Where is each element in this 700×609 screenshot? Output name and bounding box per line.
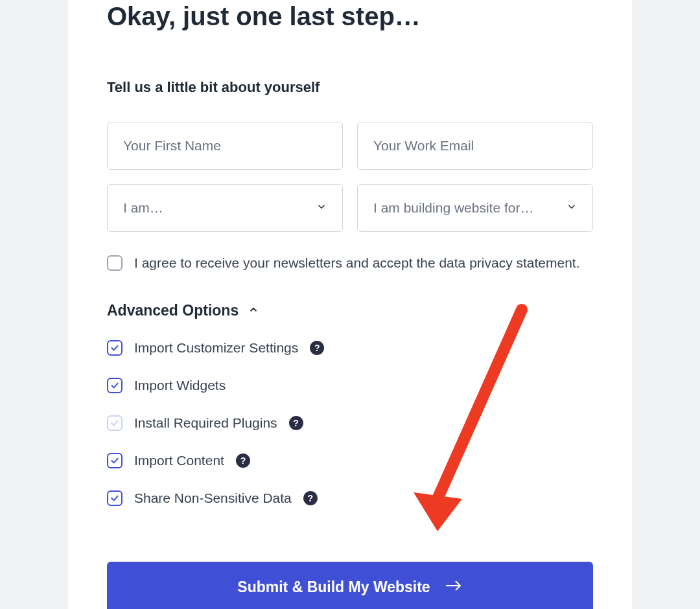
advanced-options-title: Advanced Options [107,302,239,319]
option-checkbox[interactable] [107,340,122,356]
option-checkbox[interactable] [107,415,122,431]
building-for-select[interactable] [357,184,593,232]
help-icon[interactable]: ? [236,454,250,468]
option-import-content: Import Content ? [107,453,593,468]
consent-row: I agree to receive your newsletters and … [107,255,593,271]
building-for-select-wrapper [357,184,593,232]
option-label: Import Widgets [134,378,226,393]
help-icon[interactable]: ? [289,416,303,430]
option-install-plugins: Install Required Plugins ? [107,415,593,431]
page-title: Okay, just one last step… [107,0,593,32]
help-icon[interactable]: ? [310,341,324,355]
first-name-input[interactable] [107,122,343,170]
option-label: Install Required Plugins [134,415,277,431]
submit-button-label: Submit & Build My Website [237,579,430,596]
option-import-widgets: Import Widgets [107,378,593,393]
section-subtitle: Tell us a little bit about yourself [107,79,593,96]
i-am-select[interactable] [107,184,343,232]
option-checkbox[interactable] [107,453,122,468]
option-label: Import Customizer Settings [134,340,298,356]
option-import-customizer: Import Customizer Settings ? [107,340,593,356]
advanced-options-list: Import Customizer Settings ? Import Widg… [107,340,593,506]
option-label: Import Content [134,453,224,468]
consent-checkbox[interactable] [107,255,122,271]
form-grid [107,122,593,232]
i-am-select-wrapper [107,184,343,232]
arrow-right-icon [445,579,463,596]
advanced-options-toggle[interactable]: Advanced Options [107,302,593,319]
help-icon[interactable]: ? [303,491,318,505]
option-checkbox[interactable] [107,378,122,393]
chevron-up-icon [248,304,259,318]
option-label: Share Non-Sensitive Data [134,490,292,506]
option-checkbox[interactable] [107,490,122,506]
form-card: Okay, just one last step… Tell us a litt… [68,0,632,609]
work-email-input[interactable] [357,122,593,170]
submit-build-button[interactable]: Submit & Build My Website [107,562,593,609]
consent-text: I agree to receive your newsletters and … [134,255,580,271]
option-share-data: Share Non-Sensitive Data ? [107,490,593,506]
